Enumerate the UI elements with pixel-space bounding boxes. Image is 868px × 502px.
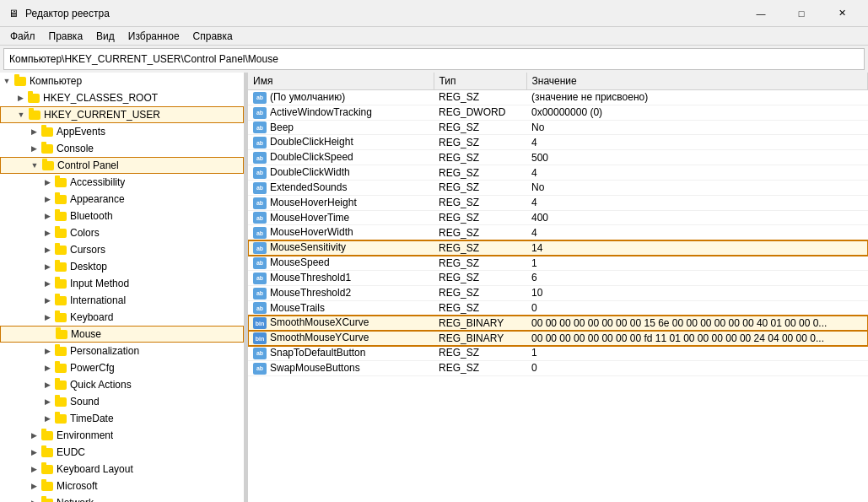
table-row[interactable]: binSmoothMouseXCurveREG_BINARY00 00 00 0…: [248, 316, 868, 331]
folder-icon-console: [40, 142, 54, 155]
tree-item-international[interactable]: ▶International: [0, 292, 244, 309]
tree-expander-input_method[interactable]: ▶: [40, 277, 54, 290]
tree-expander-microsoft[interactable]: ▶: [27, 479, 40, 493]
table-row[interactable]: abMouseThreshold1REG_SZ6: [248, 270, 868, 285]
cell-name: abSnapToDefaultButton: [248, 346, 434, 361]
tree-expander-cursors[interactable]: ▶: [40, 243, 54, 256]
tree-item-sound[interactable]: ▶Sound: [0, 393, 244, 410]
table-row[interactable]: abMouseSpeedREG_SZ1: [248, 256, 868, 271]
table-row[interactable]: abMouseHoverTimeREG_SZ400: [248, 210, 868, 225]
tree-expander-quick_actions[interactable]: ▶: [40, 378, 54, 391]
tree-expander-computer[interactable]: ▼: [0, 74, 13, 88]
table-row[interactable]: abExtendedSoundsREG_SZNo: [248, 180, 868, 195]
close-button[interactable]: ✕: [822, 0, 861, 27]
tree-item-network[interactable]: ▶Network: [0, 494, 244, 502]
tree-expander-console[interactable]: ▶: [27, 142, 40, 155]
tree-expander-appearance[interactable]: ▶: [40, 192, 54, 206]
table-row[interactable]: abBeepREG_SZNo: [248, 120, 868, 135]
table-row[interactable]: abSnapToDefaultButtonREG_SZ1: [248, 346, 868, 361]
tree-expander-hkey_classes_root[interactable]: ▶: [13, 91, 27, 105]
tree-expander-mouse[interactable]: [41, 327, 55, 341]
tree-expander-desktop[interactable]: ▶: [40, 260, 54, 273]
address-bar: Компьютер\HKEY_CURRENT_USER\Control Pane…: [3, 48, 865, 70]
tree-item-input_method[interactable]: ▶Input Method: [0, 275, 244, 292]
tree-item-timedate[interactable]: ▶TimeDate: [0, 410, 244, 427]
tree-expander-environment[interactable]: ▶: [27, 429, 40, 442]
tree-expander-eudc[interactable]: ▶: [27, 445, 40, 459]
tree-expander-international[interactable]: ▶: [40, 294, 54, 307]
maximize-button[interactable]: □: [782, 0, 821, 27]
tree-expander-accessibility[interactable]: ▶: [40, 175, 54, 189]
minimize-button[interactable]: —: [741, 0, 780, 27]
cell-type: REG_SZ: [434, 256, 526, 271]
table-row[interactable]: abDoubleClickSpeedREG_SZ500: [248, 150, 868, 165]
table-row[interactable]: abMouseHoverHeightREG_SZ4: [248, 195, 868, 210]
string-reg-icon: ab: [253, 288, 267, 300]
tree-item-mouse[interactable]: Mouse: [0, 326, 244, 343]
string-reg-icon: ab: [253, 137, 267, 148]
tree-expander-bluetooth[interactable]: ▶: [40, 209, 54, 223]
tree-expander-keyboard_layout[interactable]: ▶: [27, 462, 40, 476]
tree-item-personalization[interactable]: ▶Personalization: [0, 343, 244, 359]
table-row[interactable]: abMouseThreshold2REG_SZ10: [248, 285, 868, 300]
tree-expander-keyboard[interactable]: ▶: [40, 310, 54, 324]
tree-expander-network[interactable]: ▶: [27, 496, 40, 502]
folder-icon-keyboard: [54, 310, 67, 324]
folder-icon-cursors: [54, 243, 67, 256]
tree-item-desktop[interactable]: ▶Desktop: [0, 258, 244, 275]
tree-expander-personalization[interactable]: ▶: [40, 344, 54, 358]
table-row[interactable]: abDoubleClickWidthREG_SZ4: [248, 165, 868, 181]
tree-item-accessibility[interactable]: ▶Accessibility: [0, 174, 244, 191]
table-row[interactable]: ab(По умолчанию)REG_SZ(значение не присв…: [248, 90, 868, 105]
tree-item-bluetooth[interactable]: ▶Bluetooth: [0, 208, 244, 224]
folder-icon-sound: [54, 395, 67, 408]
folder-icon-keyboard_layout: [40, 462, 54, 476]
tree-item-powercfg[interactable]: ▶PowerCfg: [0, 359, 244, 376]
tree-item-hkey_current_user[interactable]: ▼HKEY_CURRENT_USER: [0, 106, 244, 123]
table-row[interactable]: abActiveWindowTrackingREG_DWORD0x0000000…: [248, 105, 868, 120]
tree-item-computer[interactable]: ▼Компьютер: [0, 73, 244, 89]
table-row[interactable]: abMouseSensitivityREG_SZ14: [248, 240, 868, 256]
cell-name: binSmoothMouseYCurve: [248, 331, 434, 346]
tree-item-cursors[interactable]: ▶Cursors: [0, 241, 244, 258]
table-row[interactable]: binSmoothMouseYCurveREG_BINARY00 00 00 0…: [248, 331, 868, 346]
tree-item-control_panel[interactable]: ▼Control Panel: [0, 157, 244, 174]
table-row[interactable]: abSwapMouseButtonsREG_SZ0: [248, 360, 868, 375]
tree-expander-appevents[interactable]: ▶: [27, 125, 40, 138]
col-name: Имя: [248, 73, 434, 90]
tree-label-accessibility: Accessibility: [70, 176, 125, 188]
table-row[interactable]: abMouseTrailsREG_SZ0: [248, 300, 868, 316]
tree-item-quick_actions[interactable]: ▶Quick Actions: [0, 376, 244, 393]
menu-item-избранное[interactable]: Избранное: [121, 29, 186, 44]
tree-expander-colors[interactable]: ▶: [40, 226, 54, 240]
main-content: ▼Компьютер▶HKEY_CLASSES_ROOT▼HKEY_CURREN…: [0, 73, 868, 502]
menu-item-правка[interactable]: Правка: [42, 29, 90, 44]
string-reg-icon: ab: [253, 212, 267, 224]
table-row[interactable]: abDoubleClickHeightREG_SZ4: [248, 135, 868, 150]
tree-expander-control_panel[interactable]: ▼: [28, 159, 41, 172]
tree-label-bluetooth: Bluetooth: [70, 210, 113, 222]
tree-item-appevents[interactable]: ▶AppEvents: [0, 123, 244, 140]
string-reg-icon: ab: [253, 92, 267, 104]
menu-item-справка[interactable]: Справка: [186, 29, 240, 44]
tree-item-appearance[interactable]: ▶Appearance: [0, 191, 244, 208]
tree-expander-sound[interactable]: ▶: [40, 395, 54, 408]
tree-item-keyboard[interactable]: ▶Keyboard: [0, 309, 244, 326]
menu-item-файл[interactable]: Файл: [3, 29, 42, 44]
tree-expander-timedate[interactable]: ▶: [40, 412, 54, 425]
tree-item-keyboard_layout[interactable]: ▶Keyboard Layout: [0, 461, 244, 478]
table-row[interactable]: abMouseHoverWidthREG_SZ4: [248, 225, 868, 240]
tree-item-colors[interactable]: ▶Colors: [0, 224, 244, 241]
tree-item-environment[interactable]: ▶Environment: [0, 427, 244, 444]
address-path: Компьютер\HKEY_CURRENT_USER\Control Pane…: [9, 53, 278, 65]
tree-item-hkey_classes_root[interactable]: ▶HKEY_CLASSES_ROOT: [0, 89, 244, 106]
tree-expander-powercfg[interactable]: ▶: [40, 361, 54, 375]
string-reg-icon: ab: [253, 348, 267, 359]
tree-expander-hkey_current_user[interactable]: ▼: [14, 108, 28, 121]
menu-item-вид[interactable]: Вид: [89, 29, 121, 44]
cell-value: 1: [526, 346, 868, 361]
binary-reg-icon: bin: [253, 317, 267, 329]
tree-item-eudc[interactable]: ▶EUDC: [0, 444, 244, 461]
tree-item-microsoft[interactable]: ▶Microsoft: [0, 478, 244, 494]
tree-item-console[interactable]: ▶Console: [0, 140, 244, 157]
